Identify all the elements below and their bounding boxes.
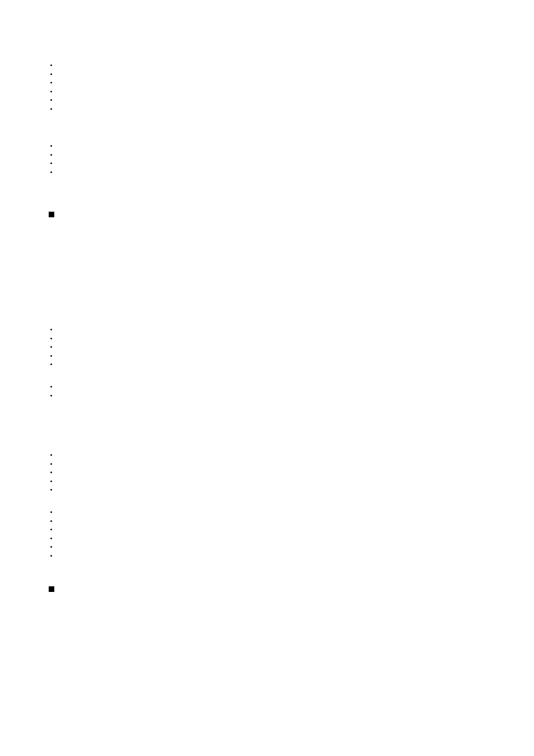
bullet-dot bbox=[50, 91, 52, 92]
bullet-group bbox=[50, 64, 52, 110]
bullet-dot bbox=[50, 538, 52, 539]
bullet-dot bbox=[50, 480, 52, 482]
bullet-dot bbox=[50, 472, 52, 473]
bullet-dot bbox=[50, 73, 52, 75]
bullet-dot bbox=[50, 108, 52, 110]
square-marker bbox=[49, 212, 54, 217]
bullet-group bbox=[50, 386, 52, 396]
bullet-dot bbox=[50, 463, 52, 465]
bullet-dot bbox=[50, 511, 52, 513]
bullet-group bbox=[50, 511, 52, 557]
bullet-dot bbox=[50, 171, 52, 173]
bullet-dot bbox=[50, 520, 52, 522]
bullet-dot bbox=[50, 363, 52, 365]
square-icon bbox=[49, 212, 54, 217]
square-icon bbox=[49, 586, 54, 592]
bullet-dot bbox=[50, 395, 52, 396]
bullet-dot bbox=[50, 546, 52, 548]
bullet-dot bbox=[50, 338, 52, 339]
bullet-group bbox=[50, 454, 52, 491]
bullet-dot bbox=[50, 99, 52, 101]
bullet-dot bbox=[50, 154, 52, 156]
bullet-dot bbox=[50, 529, 52, 530]
page bbox=[0, 0, 534, 756]
bullet-dot bbox=[50, 386, 52, 388]
bullet-dot bbox=[50, 489, 52, 491]
square-marker bbox=[49, 586, 54, 592]
bullet-dot bbox=[50, 162, 52, 164]
bullet-group bbox=[50, 329, 52, 365]
bullet-dot bbox=[50, 346, 52, 348]
bullet-dot bbox=[50, 145, 52, 147]
bullet-dot bbox=[50, 555, 52, 557]
bullet-dot bbox=[50, 64, 52, 66]
bullet-dot bbox=[50, 454, 52, 456]
bullet-dot bbox=[50, 82, 52, 83]
bullet-dot bbox=[50, 355, 52, 357]
bullet-group bbox=[50, 145, 52, 173]
bullet-dot bbox=[50, 329, 52, 330]
